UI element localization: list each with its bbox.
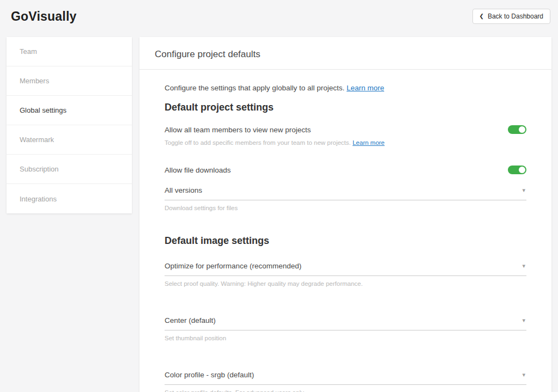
proof-quality-select[interactable]: Optimize for performance (recommended) ▾	[165, 259, 526, 276]
sidebar-item-integrations[interactable]: Integrations	[7, 184, 132, 213]
setting-row-file-downloads: Allow file downloads	[165, 166, 526, 174]
chevron-down-icon: ▾	[522, 262, 525, 270]
sidebar-item-label: Team	[20, 47, 37, 56]
sidebar-item-members[interactable]: Members	[7, 66, 132, 96]
sidebar-item-global-settings[interactable]: Global settings	[7, 96, 132, 125]
color-profile-select-value: Color profile - srgb (default)	[165, 371, 254, 379]
sidebar-item-label: Subscription	[20, 165, 59, 173]
sidebar-item-label: Integrations	[20, 195, 57, 203]
topbar: GoVisually ❮ Back to Dashboard	[0, 0, 558, 30]
thumbnail-select-group: Center (default) ▾ Set thumbnail positio…	[165, 313, 526, 341]
back-button-label: Back to Dashboard	[488, 13, 543, 20]
page-title: Configure project defaults	[140, 37, 551, 70]
versions-select-value: All versions	[165, 186, 202, 194]
chevron-down-icon: ▾	[522, 317, 525, 324]
settings-content: Configure the settings that apply global…	[140, 70, 551, 392]
view-projects-helper-text: Toggle off to add specific members from …	[165, 139, 351, 146]
helper-learn-more-link[interactable]: Learn more	[353, 139, 385, 146]
view-projects-toggle[interactable]	[508, 125, 526, 134]
sidebar-item-label: Watermark	[20, 136, 54, 144]
sidebar-item-watermark[interactable]: Watermark	[7, 125, 132, 155]
chevron-down-icon: ▾	[522, 371, 525, 378]
toggle-knob	[519, 167, 525, 173]
view-projects-helper: Toggle off to add specific members from …	[165, 139, 526, 146]
versions-select-helper: Download settings for files	[165, 205, 526, 211]
quality-select-group: Optimize for performance (recommended) ▾…	[165, 259, 526, 287]
intro-text: Configure the settings that apply global…	[165, 84, 526, 92]
settings-panel: Configure project defaults Configure the…	[140, 37, 551, 392]
file-downloads-label: Allow file downloads	[165, 166, 231, 174]
sidebar-item-label: Members	[20, 77, 49, 85]
intro-text-label: Configure the settings that apply global…	[165, 84, 344, 92]
versions-select[interactable]: All versions ▾	[165, 183, 526, 200]
toggle-knob	[519, 126, 525, 133]
sidebar-item-subscription[interactable]: Subscription	[7, 155, 132, 184]
sidebar-item-team[interactable]: Team	[7, 37, 132, 66]
intro-learn-more-link[interactable]: Learn more	[347, 84, 384, 92]
page-layout: Team Members Global settings Watermark S…	[0, 30, 558, 392]
app-logo: GoVisually	[11, 9, 76, 24]
project-settings-heading: Default project settings	[165, 102, 526, 113]
view-projects-label: Allow all team members to view new proje…	[165, 126, 311, 134]
thumbnail-position-select[interactable]: Center (default) ▾	[165, 313, 526, 330]
proof-quality-select-value: Optimize for performance (recommended)	[165, 262, 301, 270]
versions-select-group: All versions ▾ Download settings for fil…	[165, 183, 526, 211]
sidebar-item-label: Global settings	[20, 106, 66, 114]
color-profile-select[interactable]: Color profile - srgb (default) ▾	[165, 367, 526, 385]
chevron-down-icon: ▾	[522, 187, 525, 194]
proof-quality-helper: Select proof quality. Warning: Higher qu…	[165, 280, 526, 287]
color-profile-select-group: Color profile - srgb (default) ▾ Set col…	[165, 367, 526, 392]
setting-row-view-projects: Allow all team members to view new proje…	[165, 125, 526, 134]
thumbnail-position-select-value: Center (default)	[165, 316, 216, 324]
thumbnail-position-helper: Set thumbnail position	[165, 335, 526, 341]
settings-sidebar: Team Members Global settings Watermark S…	[7, 37, 132, 213]
image-settings-heading: Default image settings	[165, 235, 526, 247]
chevron-left-icon: ❮	[480, 14, 484, 19]
back-to-dashboard-button[interactable]: ❮ Back to Dashboard	[472, 9, 550, 24]
color-profile-helper: Set color profile defaults. For advanced…	[165, 389, 526, 392]
file-downloads-toggle[interactable]	[508, 166, 526, 174]
